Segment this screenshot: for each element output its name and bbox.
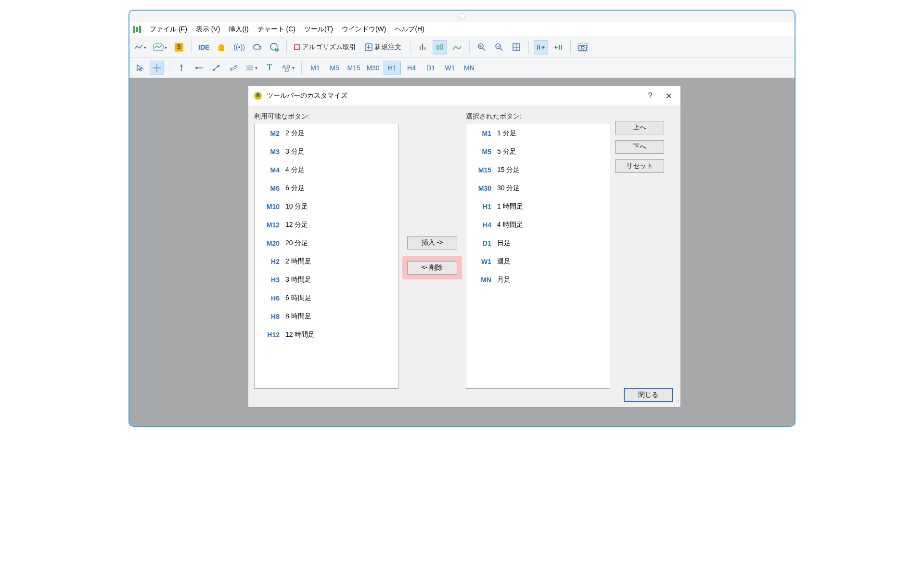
list-item[interactable]: H22 時間足 (255, 252, 398, 271)
svg-rect-13 (437, 46, 439, 49)
selected-column: 選択されたボタン: M11 分足M55 分足M1515 分足M3030 分足H1… (466, 112, 610, 403)
bars-up-icon[interactable] (415, 40, 430, 54)
ide-button[interactable]: IDE (196, 40, 211, 54)
selected-listbox[interactable]: M11 分足M55 分足M1515 分足M3030 分足H11 時間足H44 時… (466, 124, 610, 389)
globe-plus-icon[interactable]: + (267, 40, 282, 54)
text-icon[interactable]: T (262, 61, 277, 75)
timeframe-label: 12 時間足 (285, 330, 315, 339)
line-chart-icon[interactable]: ▾ (132, 40, 148, 54)
timeframe-code: M4 (259, 166, 280, 174)
list-item[interactable]: H66 時間足 (255, 289, 398, 307)
list-item[interactable]: M3030 分足 (466, 179, 610, 197)
list-item[interactable]: M11 分足 (466, 124, 610, 143)
crosshair-icon[interactable] (150, 61, 164, 75)
dollar-icon[interactable]: $ (172, 40, 186, 54)
timeframe-m1[interactable]: M1 (307, 61, 324, 75)
timeframe-code: H12 (259, 331, 280, 339)
list-item[interactable]: H88 時間足 (255, 307, 398, 326)
list-item[interactable]: MN月足 (466, 271, 610, 289)
trendline-icon[interactable] (209, 61, 223, 75)
zoom-in-icon[interactable] (475, 40, 489, 54)
signal-icon[interactable]: ((•)) (231, 40, 247, 54)
list-item[interactable]: D1日足 (466, 234, 610, 252)
menu-help[interactable]: ヘルプ(H) (395, 25, 424, 34)
timeframe-m15[interactable]: M15 (345, 61, 362, 75)
menu-chart[interactable]: チャート (C) (257, 25, 295, 34)
menu-tools[interactable]: ツール(T) (304, 25, 333, 34)
timeframe-h4[interactable]: H4 (403, 61, 420, 75)
insert-button[interactable]: 挿入 -> (407, 236, 457, 250)
vline-icon[interactable] (174, 61, 189, 75)
list-item[interactable]: M22 分足 (255, 124, 398, 143)
app-logo-icon (133, 26, 141, 33)
timeframe-label: 2 時間足 (285, 257, 311, 266)
list-item[interactable]: H44 時間足 (466, 216, 610, 234)
list-item[interactable]: M1515 分足 (466, 161, 610, 179)
svg-marker-48 (282, 65, 285, 68)
svg-point-37 (196, 67, 198, 69)
available-listbox[interactable]: M22 分足M33 分足M44 分足M66 分足M1010 分足M1212 分足… (254, 124, 398, 389)
grid-icon[interactable] (509, 40, 524, 54)
list-item[interactable]: H33 時間足 (255, 271, 398, 289)
menu-file[interactable]: ファイル (F) (150, 25, 187, 34)
wave-icon[interactable] (450, 40, 464, 54)
toolbar-row-1: ▾ ▾ $ IDE ((•)) + アルゴリズム取引 新規注文 (129, 37, 795, 57)
dialog-help-button[interactable]: ? (643, 92, 657, 100)
dialog-titlebar[interactable]: ツールバーのカスタマイズ ? ✕ (248, 86, 680, 105)
remove-button[interactable]: <- 削除 (407, 261, 457, 275)
cloud-icon[interactable] (250, 40, 264, 54)
list-item[interactable]: W1週足 (466, 252, 610, 271)
menu-window[interactable]: ウインドウ(W) (342, 25, 386, 34)
screenshot-icon[interactable] (576, 40, 590, 54)
indicator-chart-icon[interactable]: ▾ (151, 40, 169, 54)
fib-icon[interactable]: ▾ (244, 61, 259, 75)
channel-icon[interactable] (226, 61, 241, 75)
separator (469, 41, 470, 53)
candles-icon[interactable] (433, 40, 447, 54)
algo-trading-button[interactable]: アルゴリズム取引 (292, 40, 360, 54)
close-dialog-button[interactable]: 閉じる (624, 388, 673, 402)
list-item[interactable]: M1010 分足 (255, 197, 398, 216)
list-item[interactable]: M1212 分足 (255, 216, 398, 234)
list-item[interactable]: M66 分足 (255, 179, 398, 197)
resize-grip-icon[interactable]: ⋰ (674, 399, 680, 406)
timeframe-code: M12 (259, 221, 280, 229)
list-item[interactable]: H1212 時間足 (255, 326, 398, 344)
list-item[interactable]: M2020 分足 (255, 234, 398, 252)
timeframe-m30[interactable]: M30 (364, 61, 382, 75)
menu-insert[interactable]: 挿入(I) (229, 25, 248, 34)
timeframe-label: 3 時間足 (285, 276, 311, 284)
list-item[interactable]: M33 分足 (255, 143, 398, 161)
zoom-out-icon[interactable] (492, 40, 506, 54)
timeframe-w1[interactable]: W1 (441, 61, 459, 75)
new-order-button[interactable]: 新規注文 (363, 40, 405, 54)
timeframe-code: H1 (471, 203, 491, 210)
shift-right-icon[interactable] (534, 40, 548, 54)
timeframe-d1[interactable]: D1 (422, 61, 439, 75)
move-up-button[interactable]: 上へ (615, 121, 664, 134)
reset-button[interactable]: リセット (615, 159, 664, 173)
shapes-icon[interactable]: ▾ (280, 61, 296, 75)
workspace: ツールバーのカスタマイズ ? ✕ 利用可能なボタン: M22 分足M33 分足M… (129, 78, 795, 426)
shift-left-icon[interactable] (551, 40, 565, 54)
menu-view[interactable]: 表示 (V) (196, 25, 220, 34)
timeframe-mn[interactable]: MN (461, 61, 478, 75)
timeframe-code: M5 (471, 148, 491, 156)
svg-text:+: + (275, 45, 279, 52)
svg-point-39 (213, 69, 215, 71)
move-down-button[interactable]: 下へ (615, 140, 664, 154)
timeframe-label: 1 時間足 (497, 202, 523, 211)
list-item[interactable]: M55 分足 (466, 143, 610, 161)
dialog-close-button[interactable]: ✕ (661, 92, 676, 101)
separator (528, 41, 529, 53)
list-item[interactable]: M44 分足 (255, 161, 398, 179)
market-icon[interactable] (214, 40, 229, 54)
hline-icon[interactable] (192, 61, 206, 75)
cursor-icon[interactable] (132, 61, 147, 75)
timeframe-m5[interactable]: M5 (326, 61, 343, 75)
list-item[interactable]: H11 時間足 (466, 197, 610, 216)
titlebar-dot-icon (459, 13, 465, 19)
timeframe-label: 4 分足 (285, 166, 305, 174)
timeframe-h1[interactable]: H1 (384, 61, 401, 75)
svg-point-30 (581, 46, 584, 49)
